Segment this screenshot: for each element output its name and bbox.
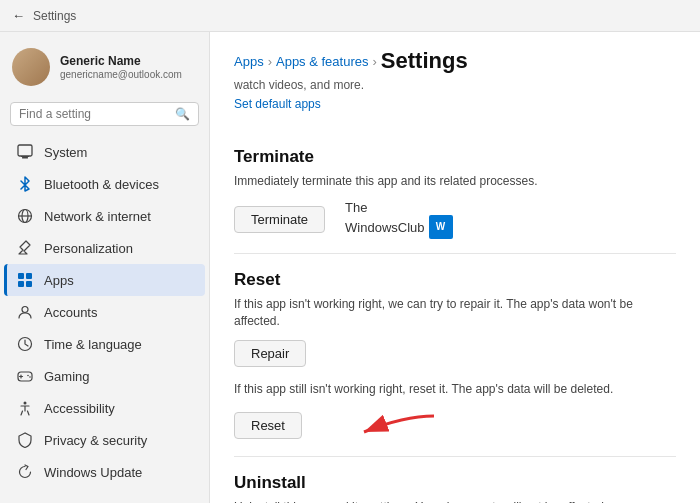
breadcrumb-sep1: › (268, 54, 272, 69)
search-input[interactable] (19, 107, 169, 121)
sidebar-item-update[interactable]: Windows Update (4, 456, 205, 488)
sidebar-item-label-network: Network & internet (44, 209, 151, 224)
terminate-button[interactable]: Terminate (234, 206, 325, 233)
svg-rect-9 (26, 281, 32, 287)
search-icon: 🔍 (175, 107, 190, 121)
reset-button[interactable]: Reset (234, 412, 302, 439)
privacy-icon (16, 431, 34, 449)
svg-point-15 (27, 375, 29, 377)
sidebar-item-gaming[interactable]: Gaming (4, 360, 205, 392)
back-icon: ← (12, 8, 25, 23)
sidebar-item-time[interactable]: Time & language (4, 328, 205, 360)
user-email: genericname@outlook.com (60, 69, 182, 80)
sidebar-item-label-bluetooth: Bluetooth & devices (44, 177, 159, 192)
svg-rect-2 (21, 156, 29, 157)
breadcrumb: Apps › Apps & features › Settings (234, 48, 676, 74)
gaming-icon (16, 367, 34, 385)
sidebar-item-system[interactable]: System (4, 136, 205, 168)
svg-rect-8 (18, 281, 24, 287)
sidebar-item-bluetooth[interactable]: Bluetooth & devices (4, 168, 205, 200)
page-title: Settings (381, 48, 468, 74)
user-info: Generic Name genericname@outlook.com (60, 54, 182, 81)
sidebar-item-label-update: Windows Update (44, 465, 142, 480)
svg-point-17 (24, 402, 27, 405)
terminate-title: Terminate (234, 147, 676, 167)
sidebar-item-network[interactable]: Network & internet (4, 200, 205, 232)
reset-desc2: If this app still isn't working right, r… (234, 381, 676, 398)
sidebar-item-label-gaming: Gaming (44, 369, 90, 384)
sidebar-item-label-apps: Apps (44, 273, 74, 288)
bluetooth-icon (16, 175, 34, 193)
svg-rect-6 (18, 273, 24, 279)
uninstall-title: Uninstall (234, 473, 676, 493)
wc-name: WindowsClub (345, 220, 424, 236)
terminate-action-row: Terminate The WindowsClub W (234, 200, 676, 240)
svg-rect-1 (22, 157, 28, 159)
user-section: Generic Name genericname@outlook.com (0, 40, 209, 98)
sidebar-item-label-accounts: Accounts (44, 305, 97, 320)
svg-point-10 (22, 307, 28, 313)
repair-action-row: Repair (234, 340, 676, 367)
system-icon (16, 143, 34, 161)
back-button[interactable]: ← (12, 8, 25, 23)
content-area: Apps › Apps & features › Settings watch … (210, 32, 700, 503)
sidebar-item-accounts[interactable]: Accounts (4, 296, 205, 328)
windows-club-logo: The WindowsClub W (345, 200, 452, 240)
sidebar-item-apps[interactable]: Apps (4, 264, 205, 296)
avatar (12, 48, 50, 86)
accessibility-icon (16, 399, 34, 417)
user-name: Generic Name (60, 54, 182, 70)
set-default-link[interactable]: Set default apps (234, 97, 321, 111)
divider-1 (234, 253, 676, 254)
reset-title: Reset (234, 270, 676, 290)
sidebar-item-label-personalization: Personalization (44, 241, 133, 256)
uninstall-section: Uninstall Uninstall this app and its set… (234, 473, 676, 503)
sidebar-item-label-system: System (44, 145, 87, 160)
sidebar-item-accessibility[interactable]: Accessibility (4, 392, 205, 424)
svg-point-16 (29, 376, 31, 378)
sidebar-item-label-privacy: Privacy & security (44, 433, 147, 448)
uninstall-desc: Uninstall this app and its settings. You… (234, 499, 676, 503)
subtitle-text: watch videos, and more. (234, 78, 676, 92)
reset-section: Reset If this app isn't working right, w… (234, 270, 676, 443)
svg-rect-7 (26, 273, 32, 279)
apps-icon (16, 271, 34, 289)
accounts-icon (16, 303, 34, 321)
time-icon (16, 335, 34, 353)
svg-rect-0 (18, 145, 32, 156)
update-icon (16, 463, 34, 481)
repair-button[interactable]: Repair (234, 340, 306, 367)
network-icon (16, 207, 34, 225)
red-arrow (324, 408, 444, 444)
personalization-icon (16, 239, 34, 257)
title-bar: ← Settings (0, 0, 700, 32)
terminate-section: Terminate Immediately terminate this app… (234, 147, 676, 239)
sidebar-item-label-time: Time & language (44, 337, 142, 352)
titlebar-label: Settings (33, 9, 76, 23)
wc-text1: The (345, 200, 452, 216)
reset-desc1: If this app isn't working right, we can … (234, 296, 676, 330)
sidebar-item-personalization[interactable]: Personalization (4, 232, 205, 264)
terminate-desc: Immediately terminate this app and its r… (234, 173, 676, 190)
breadcrumb-apps[interactable]: Apps (234, 54, 264, 69)
sidebar-item-privacy[interactable]: Privacy & security (4, 424, 205, 456)
main-layout: Generic Name genericname@outlook.com 🔍 S… (0, 32, 700, 503)
wc-text2: WindowsClub W (345, 215, 452, 239)
divider-2 (234, 456, 676, 457)
reset-action-row: Reset (234, 408, 676, 444)
sidebar: Generic Name genericname@outlook.com 🔍 S… (0, 32, 210, 503)
breadcrumb-sep2: › (372, 54, 376, 69)
wc-icon: W (429, 215, 453, 239)
breadcrumb-apps-features[interactable]: Apps & features (276, 54, 369, 69)
search-box[interactable]: 🔍 (10, 102, 199, 126)
sidebar-item-label-accessibility: Accessibility (44, 401, 115, 416)
